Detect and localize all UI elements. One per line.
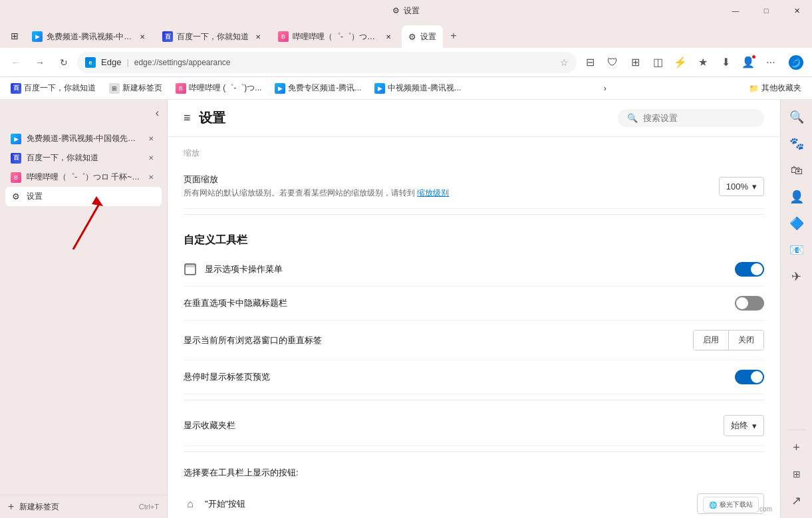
page-zoom-row: 页面缩放 所有网站的默认缩放级别。若要查看某些网站的缩放级别，请转到 缩放级别 …: [184, 164, 764, 209]
downloads-button[interactable]: ⬇: [715, 52, 736, 73]
tab-bilibili-close[interactable]: ✕: [383, 31, 394, 42]
right-scan-button[interactable]: ⊞: [785, 462, 809, 486]
sidebar-item-baidu[interactable]: 百 百度一下，你就知道 ✕: [5, 148, 162, 168]
bookmark-bilibili[interactable]: B 哔哩哔哩 (゜-゜)つ...: [170, 80, 267, 96]
hide-titlebar-toggle[interactable]: [735, 296, 764, 311]
bookmark-star-icon[interactable]: ☆: [560, 57, 569, 68]
sidebar-collapse-button[interactable]: ‹: [156, 107, 159, 119]
sidebar-button[interactable]: ◫: [647, 52, 668, 73]
zoom-level-link[interactable]: 缩放级别: [417, 188, 449, 197]
sidebar-tencent-close[interactable]: ✕: [146, 134, 156, 144]
zoom-dropdown[interactable]: 100% ▾: [719, 177, 764, 196]
home-button-row: ⌂ "开始"按钮 设置按钮 URL: [184, 484, 764, 518]
tab-bilibili[interactable]: B 哔哩哔哩（゜-゜）つロ 干杯~-bilib ✕: [271, 25, 400, 48]
bookmark-zhongshi[interactable]: ▶ 中视频频道-腾讯视...: [369, 80, 466, 96]
close-button[interactable]: ✕: [781, 0, 812, 21]
right-search-button[interactable]: 🔍: [785, 105, 809, 129]
right-telegram-button[interactable]: ✈: [785, 265, 809, 289]
vertical-tabs-title: 显示当前所有浏览器窗口的垂直标签: [184, 334, 685, 346]
page-zoom-desc: 所有网站的默认缩放级别。若要查看某些网站的缩放级别，请转到 缩放级别: [184, 187, 711, 199]
tab-preview-toggle[interactable]: [735, 370, 764, 384]
more-menu-button[interactable]: ···: [760, 52, 781, 73]
settings-search-input[interactable]: [643, 113, 755, 123]
show-tab-actions-title: 显示选项卡操作菜单: [205, 263, 727, 275]
svg-rect-4: [185, 264, 196, 267]
browser-essentials-button[interactable]: 🛡: [602, 52, 623, 73]
sidebar-item-bilibili[interactable]: B 哔哩哔哩（゜-゜）つロ 千杯~-bilibib ✕: [5, 168, 162, 187]
bookmark-tencent1[interactable]: ▶ 免费专区频道-腾讯...: [269, 80, 366, 96]
favorites-button[interactable]: ★: [692, 52, 714, 73]
tab-baidu[interactable]: 百 百度一下，你就知道 ✕: [156, 25, 270, 48]
toggle-thumb-3: [751, 371, 763, 383]
home-button-text: "开始"按钮: [205, 498, 689, 510]
back-button[interactable]: ←: [5, 52, 27, 73]
right-outlook-button[interactable]: 📧: [785, 238, 809, 262]
bookmark-new-tab[interactable]: ⊞ 新建标签页: [104, 80, 168, 96]
hide-titlebar-text: 在垂直选项卡中隐藏标题栏: [184, 297, 727, 309]
sidebar-item-settings[interactable]: ⚙ 设置: [5, 187, 162, 206]
collections-button[interactable]: ⊞: [624, 52, 646, 73]
tab-baidu-close[interactable]: ✕: [253, 31, 263, 42]
minimize-button[interactable]: —: [720, 0, 751, 21]
toolbar-buttons-label: 选择要在工具栏上显示的按钮:: [184, 457, 764, 484]
new-tab-button[interactable]: +: [444, 27, 463, 45]
sidebar-item-tencent[interactable]: ▶ 免费频道-腾讯视频-中国领先的... ✕: [5, 129, 162, 148]
new-tab-row[interactable]: + 新建标签页 Ctrl+T: [0, 495, 167, 518]
right-external-button[interactable]: ↗: [785, 489, 809, 513]
bookmarks-more-button[interactable]: ›: [599, 81, 612, 96]
extensions-button[interactable]: ⚡: [670, 52, 691, 73]
section-divider-1: [184, 214, 764, 215]
bookmarks-folder-button[interactable]: 📁 其他收藏夹: [744, 80, 807, 96]
settings-search-box[interactable]: 🔍: [618, 109, 764, 127]
refresh-button[interactable]: ↻: [53, 52, 74, 73]
right-baidu-button[interactable]: 🐾: [785, 132, 809, 156]
show-tab-actions-text: 显示选项卡操作菜单: [205, 263, 727, 275]
address-bar-row: ← → ↻ e Edge | edge://settings/appearanc…: [0, 48, 812, 77]
edge-logo-button[interactable]: [785, 52, 807, 73]
tab-baidu-favicon: 百: [162, 31, 173, 42]
split-screen-button[interactable]: ⊟: [579, 52, 601, 73]
sidebar-toggle-button[interactable]: ⊞: [5, 27, 24, 45]
address-separator: |: [126, 57, 128, 67]
tab-settings-icon: ⚙: [408, 32, 416, 42]
profile-button[interactable]: 👤: [738, 52, 759, 73]
right-copilot-button[interactable]: 🔷: [785, 211, 809, 235]
address-bar[interactable]: e Edge | edge://settings/appearance ☆: [77, 52, 577, 73]
bookmark-zhongshi-favicon: ▶: [374, 83, 385, 94]
favorites-bar-row: 显示收藏夹栏 始终 ▾: [184, 406, 764, 446]
favorites-bar-control: 始终 ▾: [724, 415, 764, 436]
tab-tencent[interactable]: ▶ 免费频道-腾讯视频-中国领先的... ✕: [25, 25, 154, 48]
tab-tencent-close[interactable]: ✕: [137, 31, 148, 42]
sidebar-settings-title: 设置: [27, 191, 156, 202]
bookmark-tencent1-label: 免费专区频道-腾讯...: [288, 82, 361, 94]
tab-preview-title: 悬停时显示标签页预览: [184, 371, 727, 383]
vertical-tabs-enable-button[interactable]: 启用: [694, 330, 729, 350]
show-tab-actions-toggle[interactable]: [735, 262, 764, 277]
tab-preview-text: 悬停时显示标签页预览: [184, 371, 727, 383]
right-shopping-button[interactable]: 🛍: [785, 158, 809, 182]
right-user-button[interactable]: 👤: [785, 185, 809, 209]
section-divider-2: [184, 400, 764, 400]
maximize-button[interactable]: □: [751, 0, 781, 21]
folder-icon: 📁: [749, 84, 759, 93]
show-tab-actions-control: [735, 262, 764, 277]
tab-tencent-favicon: ▶: [32, 31, 43, 42]
tab-bilibili-favicon: B: [278, 31, 289, 42]
tab-settings[interactable]: ⚙ 设置: [402, 25, 443, 48]
right-add-button[interactable]: +: [785, 436, 809, 459]
sidebar-baidu-close[interactable]: ✕: [146, 153, 156, 164]
sidebar-tab-list: ▶ 免费频道-腾讯视频-中国领先的... ✕ 百 百度一下，你就知道 ✕ B 哔…: [0, 126, 167, 495]
bookmark-bilibili-label: 哔哩哔哩 (゜-゜)つ...: [189, 82, 261, 94]
forward-button[interactable]: →: [29, 52, 51, 73]
hide-titlebar-control: [735, 296, 764, 311]
settings-menu-icon[interactable]: ≡: [184, 111, 191, 125]
bookmarks-bar: 百 百度一下，你就知道 ⊞ 新建标签页 B 哔哩哔哩 (゜-゜)つ... ▶ 免…: [0, 77, 812, 100]
favorites-bar-dropdown[interactable]: 始终 ▾: [724, 415, 764, 436]
window-title-text: 设置: [404, 5, 420, 17]
sidebar-bilibili-close[interactable]: ✕: [146, 172, 156, 183]
page-zoom-text: 页面缩放 所有网站的默认缩放级别。若要查看某些网站的缩放级别，请转到 缩放级别: [184, 174, 711, 199]
tab-bilibili-title: 哔哩哔哩（゜-゜）つロ 干杯~-bilib: [293, 31, 379, 43]
bookmark-baidu[interactable]: 百 百度一下，你就知道: [5, 80, 101, 96]
vertical-tabs-disable-button[interactable]: 关闭: [729, 330, 763, 350]
site-icon: e: [85, 57, 96, 68]
